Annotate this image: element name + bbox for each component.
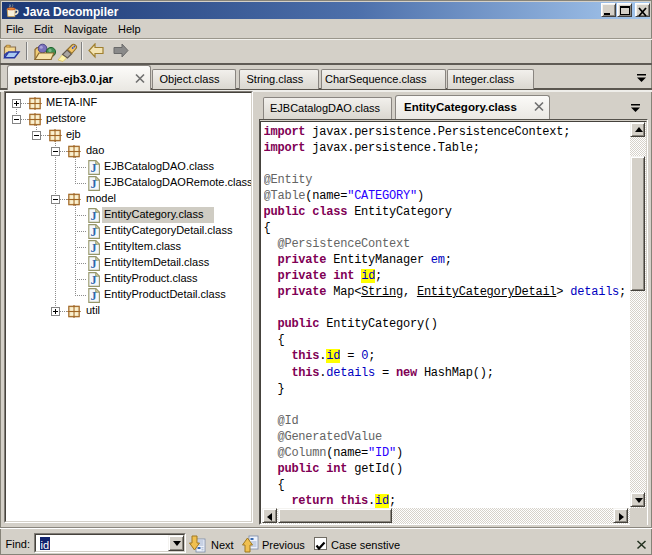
svg-text:J: J <box>91 225 97 239</box>
svg-text:J: J <box>91 257 97 271</box>
svg-text:J: J <box>91 177 97 191</box>
svg-text:J: J <box>91 289 97 303</box>
svg-text:J: J <box>91 241 97 255</box>
svg-text:J: J <box>91 161 97 175</box>
svg-text:J: J <box>91 273 97 287</box>
svg-text:J: J <box>91 209 97 223</box>
